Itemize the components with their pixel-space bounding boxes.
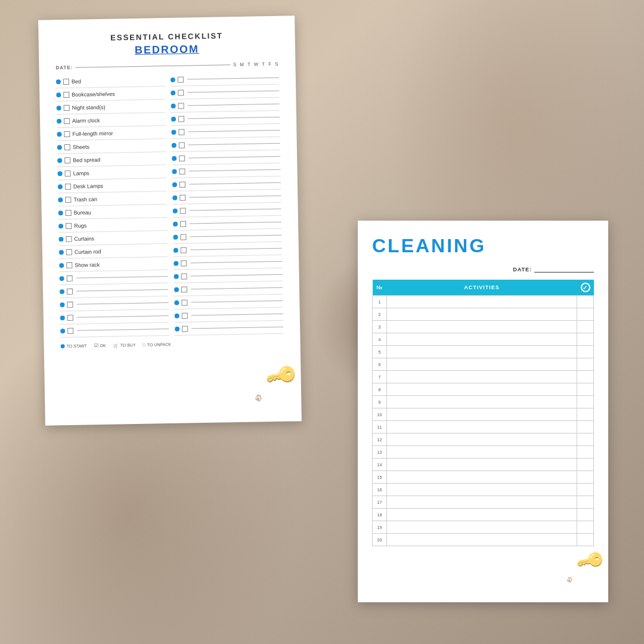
bc-item-line bbox=[77, 315, 169, 318]
bc-checkbox[interactable] bbox=[66, 249, 72, 255]
bc-checkbox[interactable] bbox=[67, 301, 73, 307]
bc-right-checkbox[interactable] bbox=[182, 312, 188, 318]
bc-right-row bbox=[171, 124, 280, 139]
bc-dot-icon bbox=[172, 169, 177, 174]
cc-row-activity[interactable] bbox=[387, 383, 577, 396]
cc-row-check[interactable] bbox=[577, 396, 594, 408]
bc-right-line bbox=[188, 117, 280, 119]
cc-row-activity[interactable] bbox=[387, 396, 577, 408]
cc-table-row: 5 bbox=[373, 346, 594, 358]
bc-checkbox[interactable] bbox=[66, 222, 72, 228]
cc-row-activity[interactable] bbox=[387, 371, 577, 383]
cc-row-check[interactable] bbox=[577, 346, 594, 358]
bc-checkbox[interactable] bbox=[64, 170, 70, 176]
cc-row-activity[interactable] bbox=[387, 321, 577, 333]
bc-right-checkbox[interactable] bbox=[181, 286, 187, 292]
cc-row-check[interactable] bbox=[577, 496, 594, 509]
bc-checkbox[interactable] bbox=[64, 104, 70, 110]
bc-right-checkbox[interactable] bbox=[178, 116, 184, 122]
cc-row-check[interactable] bbox=[577, 358, 594, 371]
bc-right-checkbox[interactable] bbox=[180, 208, 186, 213]
bc-item-text: Bureau bbox=[74, 208, 167, 216]
bc-checkbox[interactable] bbox=[66, 262, 72, 268]
bc-right-checkbox[interactable] bbox=[178, 129, 184, 135]
cc-row-activity[interactable] bbox=[387, 459, 577, 471]
bc-checkbox[interactable] bbox=[65, 183, 71, 189]
cc-row-check[interactable] bbox=[577, 321, 594, 333]
cc-row-num: 13 bbox=[373, 446, 387, 459]
bc-checkbox[interactable] bbox=[67, 327, 73, 333]
cc-row-activity[interactable] bbox=[387, 509, 577, 521]
bc-list-row bbox=[59, 270, 168, 285]
cc-row-activity[interactable] bbox=[387, 346, 577, 358]
cc-row-check[interactable] bbox=[577, 446, 594, 459]
bc-checkbox[interactable] bbox=[67, 314, 73, 320]
bc-checkbox[interactable] bbox=[65, 196, 71, 202]
bc-checkbox[interactable] bbox=[67, 275, 73, 281]
bc-dot-icon bbox=[58, 224, 63, 228]
bc-checkbox[interactable] bbox=[66, 209, 72, 215]
bc-right-checkbox[interactable] bbox=[180, 221, 186, 227]
cc-row-activity[interactable] bbox=[387, 358, 577, 371]
bc-right-checkbox[interactable] bbox=[179, 142, 185, 148]
cc-row-check[interactable] bbox=[577, 534, 594, 546]
cc-row-check[interactable] bbox=[577, 333, 594, 346]
cc-row-activity[interactable] bbox=[387, 421, 577, 434]
cc-row-activity[interactable] bbox=[387, 408, 577, 421]
cc-row-activity[interactable] bbox=[387, 333, 577, 346]
bc-checkbox[interactable] bbox=[66, 236, 72, 242]
cc-row-check[interactable] bbox=[577, 308, 594, 321]
cc-row-check[interactable] bbox=[577, 383, 594, 396]
bc-dot-icon bbox=[171, 116, 176, 121]
bc-left-col: BedBookcase/shelvesNight stand(s)Alarm c… bbox=[56, 73, 169, 338]
bc-dot-icon bbox=[173, 221, 178, 226]
cc-row-activity[interactable] bbox=[387, 496, 577, 509]
bc-right-checkbox[interactable] bbox=[179, 168, 185, 174]
cc-row-check[interactable] bbox=[577, 471, 594, 484]
cc-table-row: 1 bbox=[373, 296, 594, 308]
cc-row-activity[interactable] bbox=[387, 521, 577, 534]
bc-checkbox[interactable] bbox=[64, 157, 70, 163]
cc-row-activity[interactable] bbox=[387, 534, 577, 546]
cc-row-activity[interactable] bbox=[387, 484, 577, 496]
bc-right-checkbox[interactable] bbox=[178, 103, 184, 109]
bc-right-checkbox[interactable] bbox=[179, 155, 185, 161]
cc-row-check[interactable] bbox=[577, 484, 594, 496]
bc-checkbox[interactable] bbox=[67, 288, 73, 294]
bc-checkbox[interactable] bbox=[64, 117, 70, 123]
cc-row-check[interactable] bbox=[577, 371, 594, 383]
legend-to-unpack: □ TO UNPACK bbox=[143, 342, 171, 347]
bc-right-checkbox[interactable] bbox=[181, 260, 187, 266]
cc-row-check[interactable] bbox=[577, 434, 594, 446]
bc-right-checkbox[interactable] bbox=[181, 299, 187, 305]
cc-row-activity[interactable] bbox=[387, 471, 577, 484]
cc-row-activity[interactable] bbox=[387, 446, 577, 459]
bc-checkbox[interactable] bbox=[63, 78, 69, 84]
bc-right-checkbox[interactable] bbox=[178, 89, 184, 95]
bc-dot-icon bbox=[171, 103, 176, 108]
cc-row-check[interactable] bbox=[577, 296, 594, 308]
bc-right-checkbox[interactable] bbox=[178, 76, 184, 82]
cc-row-check[interactable] bbox=[577, 459, 594, 471]
bc-right-checkbox[interactable] bbox=[182, 326, 188, 332]
bc-checkbox[interactable] bbox=[63, 91, 69, 97]
bc-list-row: Show rack bbox=[59, 257, 168, 272]
cc-row-check[interactable] bbox=[577, 521, 594, 534]
bc-right-checkbox[interactable] bbox=[181, 247, 187, 253]
bc-right-row bbox=[174, 255, 282, 270]
bc-checkbox[interactable] bbox=[64, 131, 70, 137]
cc-row-activity[interactable] bbox=[387, 434, 577, 446]
bc-right-checkbox[interactable] bbox=[179, 194, 185, 200]
bc-right-checkbox[interactable] bbox=[180, 234, 186, 240]
cc-row-check[interactable] bbox=[577, 421, 594, 434]
cc-row-check[interactable] bbox=[577, 509, 594, 521]
cc-row-check[interactable] bbox=[577, 408, 594, 421]
bc-checkbox[interactable] bbox=[64, 144, 70, 150]
bc-right-checkbox[interactable] bbox=[179, 181, 185, 187]
bc-right-line bbox=[191, 301, 283, 303]
cc-row-activity[interactable] bbox=[387, 308, 577, 321]
bc-dot-icon bbox=[57, 119, 61, 123]
bc-right-checkbox[interactable] bbox=[181, 273, 187, 279]
cc-row-activity[interactable] bbox=[387, 296, 577, 308]
legend-ok-label: OK bbox=[100, 343, 106, 348]
